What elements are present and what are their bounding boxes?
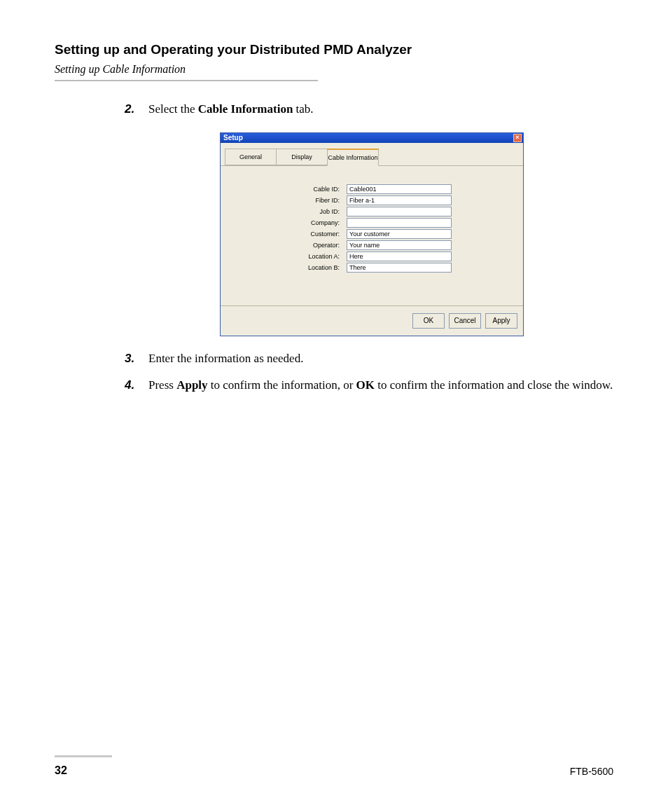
input-location-a[interactable]: Here <box>347 252 452 261</box>
label-location-a: Location A: <box>228 253 347 260</box>
label-job-id: Job ID: <box>228 208 347 215</box>
tab-content: Cable ID: Cable001 Fiber ID: Fiber a-1 J… <box>221 165 523 305</box>
tab-bar: General Display Cable Information <box>221 149 523 166</box>
label-cable-id: Cable ID: <box>228 186 347 193</box>
step-3: 3. Enter the information as needed. <box>125 350 613 368</box>
tab-general[interactable]: General <box>225 149 277 165</box>
section-subtitle: Setting up Cable Information <box>55 63 613 76</box>
input-cable-id[interactable]: Cable001 <box>347 184 452 194</box>
page-number: 32 <box>55 764 67 777</box>
input-location-b[interactable]: There <box>347 263 452 273</box>
ok-button[interactable]: OK <box>412 313 445 329</box>
input-company[interactable] <box>347 218 452 228</box>
step-text-bold: Apply <box>176 378 207 392</box>
row-location-a: Location A: Here <box>228 252 516 261</box>
step-list: 2. Select the Cable Information tab. Set… <box>125 101 613 394</box>
label-fiber-id: Fiber ID: <box>228 197 347 204</box>
row-fiber-id: Fiber ID: Fiber a-1 <box>228 195 516 205</box>
step-text-bold: OK <box>356 378 375 392</box>
label-customer: Customer: <box>228 230 347 238</box>
step-number: 2. <box>125 101 148 118</box>
step-text-mid: to confirm the information, or <box>208 378 356 392</box>
setup-window: Setup × General Display Cable Informatio… <box>220 132 524 336</box>
footer-rule <box>55 755 112 757</box>
step-2: 2. Select the Cable Information tab. <box>125 101 613 118</box>
cancel-button[interactable]: Cancel <box>449 313 481 329</box>
step-text: Enter the information as needed. <box>148 350 613 368</box>
row-operator: Operator: Your name <box>228 240 516 250</box>
step-text: Press Apply to confirm the information, … <box>148 377 613 394</box>
button-strip: OK Cancel Apply <box>221 305 523 336</box>
tab-display[interactable]: Display <box>276 149 328 165</box>
step-text: Select the Cable Information tab. <box>148 101 613 118</box>
close-icon[interactable]: × <box>513 134 522 142</box>
label-location-b: Location B: <box>228 264 347 271</box>
step-number: 3. <box>125 350 148 368</box>
header-rule <box>55 80 318 81</box>
step-4: 4. Press Apply to confirm the informatio… <box>125 377 613 394</box>
chapter-title: Setting up and Operating your Distribute… <box>55 42 613 57</box>
step-number: 4. <box>125 377 148 394</box>
row-location-b: Location B: There <box>228 263 516 273</box>
row-job-id: Job ID: <box>228 207 516 216</box>
input-customer[interactable]: Your customer <box>347 229 452 239</box>
input-operator[interactable]: Your name <box>347 240 452 250</box>
window-titlebar: Setup × <box>221 133 523 143</box>
tab-cable-information[interactable]: Cable Information <box>327 149 379 166</box>
step-text-pre: Select the <box>148 102 198 116</box>
window-body: General Display Cable Information Cable … <box>221 143 523 336</box>
input-job-id[interactable] <box>347 207 452 216</box>
step-text-post: to confirm the information and close the… <box>375 378 613 392</box>
step-text-pre: Press <box>148 378 176 392</box>
input-fiber-id[interactable]: Fiber a-1 <box>347 195 452 205</box>
window-title: Setup <box>223 134 243 142</box>
step-text-bold: Cable Information <box>198 102 293 116</box>
row-customer: Customer: Your customer <box>228 229 516 239</box>
label-operator: Operator: <box>228 242 347 249</box>
footer-model: FTB-5600 <box>570 766 613 777</box>
step-text-post: tab. <box>293 102 313 116</box>
row-company: Company: <box>228 218 516 228</box>
row-cable-id: Cable ID: Cable001 <box>228 184 516 194</box>
label-company: Company: <box>228 219 347 226</box>
apply-button[interactable]: Apply <box>485 313 517 329</box>
